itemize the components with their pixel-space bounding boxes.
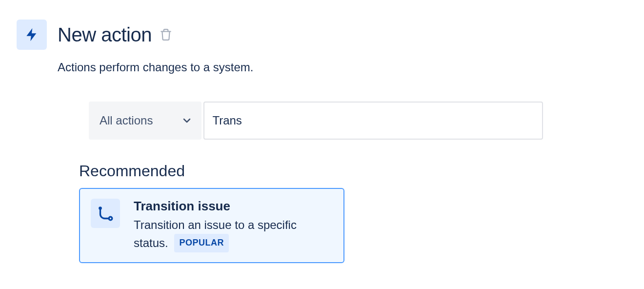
- trash-icon: [160, 28, 172, 41]
- delete-button[interactable]: [159, 27, 173, 42]
- page-subtitle: Actions perform changes to a system.: [58, 61, 627, 74]
- card-body: Transition issue Transition an issue to …: [134, 199, 333, 252]
- action-search-input[interactable]: [203, 102, 543, 140]
- svg-point-1: [109, 217, 112, 220]
- action-card-transition-issue[interactable]: Transition issue Transition an issue to …: [79, 188, 344, 263]
- card-description: Transition an issue to a specific status…: [134, 216, 333, 252]
- popular-badge: POPULAR: [174, 234, 229, 252]
- card-title: Transition issue: [134, 199, 333, 214]
- action-icon: [17, 20, 47, 50]
- recommended-heading: Recommended: [79, 162, 627, 180]
- chevron-down-icon: [181, 115, 193, 126]
- card-icon: [91, 199, 120, 228]
- page-title: New action: [58, 24, 152, 46]
- actions-category-dropdown[interactable]: All actions: [89, 102, 201, 140]
- dropdown-label: All actions: [100, 114, 153, 127]
- lightning-icon: [24, 25, 40, 44]
- transition-icon: [97, 205, 114, 222]
